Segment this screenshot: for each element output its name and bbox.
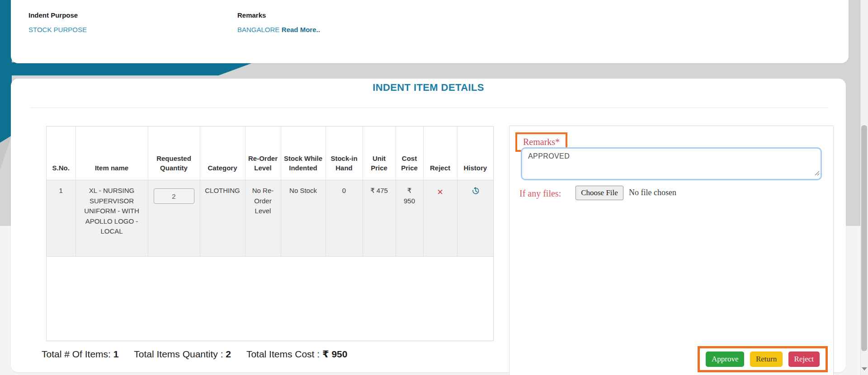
cell-requested-quantity bbox=[148, 180, 200, 257]
col-header-reorder-level: Re-Order Level bbox=[245, 127, 281, 180]
total-items-value: 1 bbox=[113, 349, 119, 359]
col-header-requested-quantity: Requested Quantity bbox=[148, 127, 200, 180]
total-quantity: Total Items Quantity : 2 bbox=[134, 349, 234, 359]
total-quantity-label: Total Items Quantity : bbox=[134, 349, 223, 359]
col-header-reject: Reject bbox=[423, 127, 457, 180]
totals-bar: Total # Of Items: 1 Total Items Quantity… bbox=[42, 349, 360, 360]
col-header-item-name: Item name bbox=[75, 127, 148, 180]
indent-summary-card: Indent Purpose STOCK PURPOSE Remarks BAN… bbox=[11, 0, 849, 63]
return-button[interactable]: Return bbox=[750, 352, 783, 367]
page-title: INDENT ITEM DETAILS bbox=[11, 82, 846, 94]
cell-stock-while-indented: No Stock bbox=[281, 180, 326, 257]
cell-history bbox=[457, 180, 493, 257]
title-divider bbox=[30, 108, 828, 108]
scrollbar-down-arrow-icon[interactable] bbox=[862, 367, 867, 370]
read-more-link[interactable]: Read More.. bbox=[282, 26, 320, 33]
col-header-category: Category bbox=[200, 127, 245, 180]
col-header-unit-price: Unit Price bbox=[363, 127, 396, 180]
remarks-required-label: Remarks* bbox=[523, 137, 560, 147]
remarks-value-line: BANGALORE Read More.. bbox=[237, 26, 320, 34]
actions-highlight-annotation: Approve Return Reject bbox=[698, 346, 828, 372]
reject-button[interactable]: Reject bbox=[788, 352, 820, 367]
cell-reject: ✕ bbox=[423, 180, 457, 257]
approval-remarks-panel: Remarks* APPROVED If any files: Choose F… bbox=[509, 126, 834, 375]
attach-files-label: If any files: bbox=[519, 188, 561, 199]
table-header-row: S.No. Item name Requested Quantity Categ… bbox=[47, 127, 493, 180]
col-header-stock-in-hand: Stock-in Hand bbox=[326, 127, 363, 180]
total-cost: Total Items Cost : ₹ 950 bbox=[246, 349, 348, 359]
cell-stock-in-hand: 0 bbox=[326, 180, 363, 257]
col-header-history: History bbox=[457, 127, 493, 180]
page: Indent Purpose STOCK PURPOSE Remarks BAN… bbox=[0, 0, 868, 375]
cell-cost-price: ₹ 950 bbox=[396, 180, 423, 257]
no-file-chosen-text: No file chosen bbox=[629, 188, 676, 197]
history-icon[interactable] bbox=[471, 187, 480, 198]
total-quantity-value: 2 bbox=[226, 349, 231, 359]
cell-category: CLOTHING bbox=[200, 180, 245, 257]
choose-file-button[interactable]: Choose File bbox=[576, 186, 623, 200]
indent-purpose-value: STOCK PURPOSE bbox=[28, 26, 87, 33]
cell-unit-price: ₹ 475 bbox=[363, 180, 396, 257]
approve-button[interactable]: Approve bbox=[706, 352, 744, 367]
total-cost-value: ₹ 950 bbox=[322, 349, 347, 359]
scrollbar-thumb[interactable] bbox=[861, 125, 867, 351]
indent-items-table: S.No. Item name Requested Quantity Categ… bbox=[46, 126, 494, 341]
col-header-cost-price: Cost Price bbox=[396, 127, 423, 180]
resize-grip-icon[interactable] bbox=[815, 169, 820, 178]
remarks-value: BANGALORE bbox=[237, 26, 279, 33]
total-items-label: Total # Of Items: bbox=[42, 349, 111, 359]
total-cost-label: Total Items Cost : bbox=[246, 349, 320, 359]
cell-item-name: XL - NURSING SUPERVISOR UNIFORM - WITH A… bbox=[75, 180, 148, 257]
remarks-label: Remarks bbox=[237, 11, 266, 19]
table-row: 1 XL - NURSING SUPERVISOR UNIFORM - WITH… bbox=[47, 180, 493, 257]
col-header-stock-while-indented: Stock While Indented bbox=[281, 127, 326, 180]
teal-accent-band bbox=[0, 62, 254, 75]
col-header-sno: S.No. bbox=[47, 127, 75, 180]
cell-sno: 1 bbox=[47, 180, 75, 257]
remarks-textarea-wrap: APPROVED bbox=[521, 147, 822, 180]
reject-item-icon[interactable]: ✕ bbox=[437, 187, 443, 198]
indent-item-details-card: INDENT ITEM DETAILS S.No. Item name Requ… bbox=[11, 79, 846, 372]
cell-reorder-level: No Re-Order Level bbox=[245, 180, 281, 257]
total-items: Total # Of Items: 1 bbox=[42, 349, 121, 359]
indent-purpose-label: Indent Purpose bbox=[28, 11, 78, 19]
quantity-input[interactable] bbox=[154, 188, 194, 204]
remarks-textarea[interactable]: APPROVED bbox=[521, 147, 822, 180]
